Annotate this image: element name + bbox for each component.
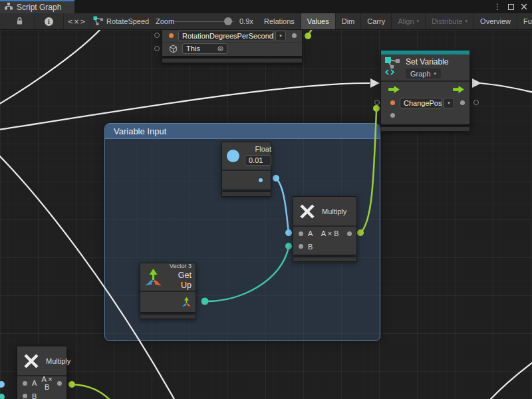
variable-name-field[interactable]: RotationDegreesPerSecond: [178, 31, 274, 41]
toolbar-buttons: Relations Values Dim Carry Align ▾ Distr…: [258, 13, 532, 29]
carry-button[interactable]: Carry: [361, 13, 392, 29]
menu-icon[interactable]: ⋮: [492, 1, 503, 12]
node-title: Multiply: [322, 207, 346, 215]
value-port-hollow[interactable]: [374, 100, 380, 105]
node-accent-bar: [380, 50, 470, 55]
window-tab-bar: Script Graph ⋮ ×: [0, 0, 532, 13]
result-port[interactable]: [57, 381, 62, 386]
dropdown-arrow-icon[interactable]: ▾: [275, 31, 286, 41]
group-title: Variable Input: [114, 126, 166, 136]
dropdown-arrow-icon[interactable]: ▾: [444, 98, 454, 108]
float-output-port[interactable]: [259, 178, 263, 182]
wire-endpoint: [305, 33, 311, 39]
object-picker-icon[interactable]: ◎: [217, 44, 223, 53]
value-input-port[interactable]: [390, 113, 395, 118]
zoom-slider-handle[interactable]: [224, 17, 232, 25]
value-input-row: [381, 109, 469, 122]
node-multiply-2[interactable]: Multiply A A × B B: [17, 346, 67, 399]
node-footer: [140, 314, 196, 319]
flow-input-port[interactable]: [388, 85, 400, 94]
value-port-hollow[interactable]: [154, 46, 160, 51]
node-header[interactable]: Set Variable Graph ▾: [381, 55, 469, 82]
overview-button[interactable]: Overview: [474, 13, 517, 29]
zoom-value: 0.9x: [239, 17, 253, 25]
input-b-port[interactable]: [23, 394, 27, 398]
float-type-icon: [227, 150, 239, 162]
wire-endpoint: [0, 381, 5, 388]
window-controls: ⋮ ×: [492, 0, 529, 13]
input-b-row: B: [17, 390, 66, 399]
float-value-field[interactable]: 0.01: [245, 155, 271, 166]
fullscreen-button[interactable]: Full Screen: [517, 13, 532, 29]
input-a-label: A: [32, 379, 37, 387]
value-port-hollow[interactable]: [473, 100, 479, 105]
node-header[interactable]: Multiply: [17, 346, 66, 376]
input-b-row: B: [293, 240, 356, 253]
values-button[interactable]: Values: [301, 13, 336, 29]
value-output-port[interactable]: [460, 100, 465, 105]
input-b-label: B: [32, 392, 37, 399]
variable-port[interactable]: [390, 100, 395, 105]
input-b-port[interactable]: [299, 244, 303, 249]
input-a-port[interactable]: [23, 381, 27, 386]
graph-ref-icon: [93, 16, 103, 27]
distribute-button[interactable]: Distribute ▾: [426, 13, 474, 29]
graph-toolbar: i <×> RotateSpeed Zoom 0.9x Relations Va…: [0, 13, 532, 30]
vector3-output-port[interactable]: [182, 297, 192, 307]
multiply-icon: [299, 203, 316, 220]
input-a-row: A A × B: [17, 376, 66, 390]
wire-endpoint: [0, 394, 5, 399]
dropdown-arrow-icon: ▾: [434, 71, 437, 76]
input-a-row: A A × B: [293, 227, 356, 240]
node-float-literal[interactable]: Float 0.01: [221, 142, 271, 197]
node-header[interactable]: Float 0.01: [222, 142, 271, 171]
multiply-icon: [23, 352, 40, 370]
node-vector3-get-up[interactable]: Vector 3 Get Up: [140, 263, 196, 319]
input-a-port[interactable]: [299, 231, 303, 236]
close-icon[interactable]: ×: [519, 1, 529, 12]
code-icon: <×>: [67, 18, 86, 25]
align-button[interactable]: Align ▾: [392, 13, 426, 29]
relations-button[interactable]: Relations: [258, 13, 301, 29]
flow-row: [381, 82, 469, 96]
tab-script-graph[interactable]: Script Graph: [0, 0, 74, 13]
code-view-button[interactable]: <×>: [64, 13, 90, 29]
distribute-label: Distribute: [432, 17, 462, 25]
variable-name-field[interactable]: ChangePos: [400, 98, 442, 108]
value-output-port[interactable]: [292, 33, 297, 38]
maximize-icon[interactable]: [505, 1, 516, 12]
cube-icon: [169, 45, 178, 53]
node-header[interactable]: Multiply: [293, 197, 356, 227]
node-title: Float: [245, 145, 271, 153]
input-a-label: A: [308, 229, 313, 237]
variable-port[interactable]: [169, 33, 174, 38]
lock-icon: [16, 17, 23, 27]
chevron-down-icon: ▾: [466, 19, 468, 24]
variable-name-row: RotationDegreesPerSecond ▾: [162, 30, 302, 42]
variable-scope-button[interactable]: Graph ▾: [406, 68, 441, 78]
wire-white-from-setvariable: [480, 83, 532, 92]
target-field[interactable]: This ◎: [182, 43, 227, 54]
node-get-variable[interactable]: RotationDegreesPerSecond ▾ This ◎: [162, 30, 303, 63]
lock-button[interactable]: [5, 13, 35, 29]
script-graph-icon: [5, 3, 13, 12]
result-port[interactable]: [347, 231, 352, 236]
graph-reference[interactable]: RotateSpeed: [93, 13, 149, 29]
result-label: A × B: [41, 375, 53, 391]
wire-white-bottomright: [489, 362, 532, 399]
value-port-hollow[interactable]: [154, 33, 160, 38]
set-variable-icon: [385, 57, 401, 78]
node-multiply[interactable]: Multiply A A × B B: [293, 196, 357, 262]
flow-output-port[interactable]: [452, 85, 465, 94]
node-footer: [380, 126, 470, 132]
node-set-variable[interactable]: Set Variable Graph ▾: [380, 50, 470, 132]
info-icon: i: [45, 17, 53, 26]
info-button[interactable]: i: [35, 13, 64, 29]
output-row: [140, 292, 196, 312]
group-header[interactable]: Variable Input: [105, 124, 380, 139]
output-row: [222, 171, 271, 190]
wire-endpoint: [373, 105, 380, 112]
node-header[interactable]: Vector 3 Get Up: [140, 263, 196, 292]
graph-canvas[interactable]: Variable Input: [0, 30, 532, 399]
dim-button[interactable]: Dim: [336, 13, 362, 29]
